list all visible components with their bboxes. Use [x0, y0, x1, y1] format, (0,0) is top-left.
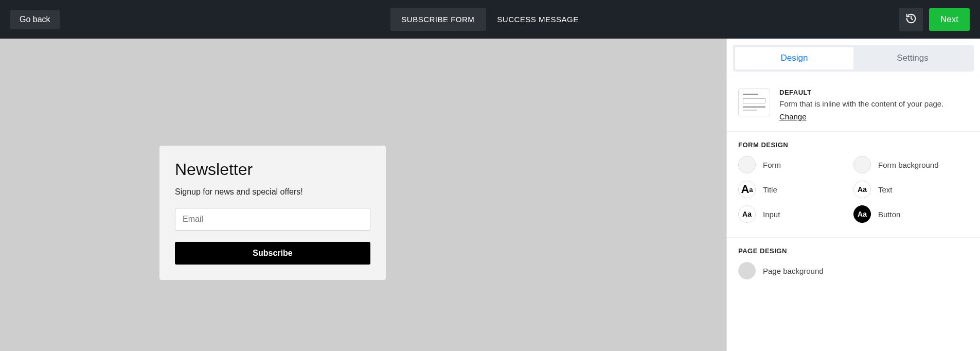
- sidebar: Design Settings DEFAULT Form that is inl…: [726, 39, 980, 351]
- design-label: Button: [878, 210, 900, 219]
- page-design-heading: PAGE DESIGN: [738, 247, 969, 255]
- history-button[interactable]: [899, 8, 923, 31]
- sidebar-tabs-wrap: Design Settings: [727, 39, 980, 78]
- page-design-section: PAGE DESIGN Page background: [727, 237, 980, 294]
- design-item-page-background[interactable]: Page background: [738, 262, 853, 279]
- design-item-form-background[interactable]: Form background: [853, 156, 969, 173]
- newsletter-form: Newsletter Signup for news and special o…: [159, 146, 386, 280]
- color-swatch-icon: [738, 156, 756, 173]
- go-back-button[interactable]: Go back: [10, 10, 60, 29]
- typography-icon: Aa: [738, 181, 756, 198]
- typography-icon: Aa: [853, 205, 871, 223]
- design-item-input[interactable]: Aa Input: [738, 205, 853, 223]
- design-item-button[interactable]: Aa Button: [853, 205, 969, 223]
- typography-icon: Aa: [853, 181, 871, 198]
- subscribe-button[interactable]: Subscribe: [175, 242, 370, 265]
- change-layout-link[interactable]: Change: [779, 112, 807, 121]
- form-design-section: FORM DESIGN Form Form background Aa Titl…: [727, 131, 980, 237]
- tab-subscribe-form[interactable]: SUBSCRIBE FORM: [390, 8, 486, 31]
- form-subtitle[interactable]: Signup for news and special offers!: [175, 187, 370, 197]
- topbar-actions: Next: [899, 8, 970, 31]
- form-design-heading: FORM DESIGN: [738, 141, 969, 149]
- workspace: Newsletter Signup for news and special o…: [0, 39, 980, 351]
- header-tabs: SUBSCRIBE FORM SUCCESS MESSAGE: [390, 8, 590, 31]
- sidebar-tab-design[interactable]: Design: [735, 47, 853, 69]
- typography-icon: Aa: [738, 205, 756, 223]
- layout-description: Form that is inline with the content of …: [779, 99, 943, 108]
- color-swatch-icon: [853, 156, 871, 173]
- design-item-form[interactable]: Form: [738, 156, 853, 173]
- preview-canvas: Newsletter Signup for news and special o…: [0, 39, 726, 351]
- history-icon: [905, 13, 917, 26]
- tab-success-message[interactable]: SUCCESS MESSAGE: [486, 8, 590, 31]
- topbar: Go back SUBSCRIBE FORM SUCCESS MESSAGE N…: [0, 0, 980, 39]
- design-label: Form background: [878, 161, 939, 169]
- sidebar-tabs: Design Settings: [733, 45, 974, 72]
- layout-name: DEFAULT: [779, 89, 943, 96]
- next-button[interactable]: Next: [929, 8, 970, 31]
- design-label: Title: [763, 185, 777, 194]
- design-label: Page background: [763, 267, 824, 275]
- design-label: Input: [763, 210, 780, 219]
- design-label: Form: [763, 161, 781, 169]
- email-field[interactable]: [175, 208, 370, 231]
- color-swatch-icon: [738, 262, 756, 279]
- design-item-text[interactable]: Aa Text: [853, 181, 969, 198]
- design-item-title[interactable]: Aa Title: [738, 181, 853, 198]
- layout-section: DEFAULT Form that is inline with the con…: [727, 78, 980, 131]
- sidebar-tab-settings[interactable]: Settings: [853, 47, 972, 69]
- layout-thumbnail: [738, 89, 770, 116]
- form-title[interactable]: Newsletter: [175, 160, 370, 179]
- design-label: Text: [878, 185, 893, 194]
- layout-info: DEFAULT Form that is inline with the con…: [779, 89, 943, 121]
